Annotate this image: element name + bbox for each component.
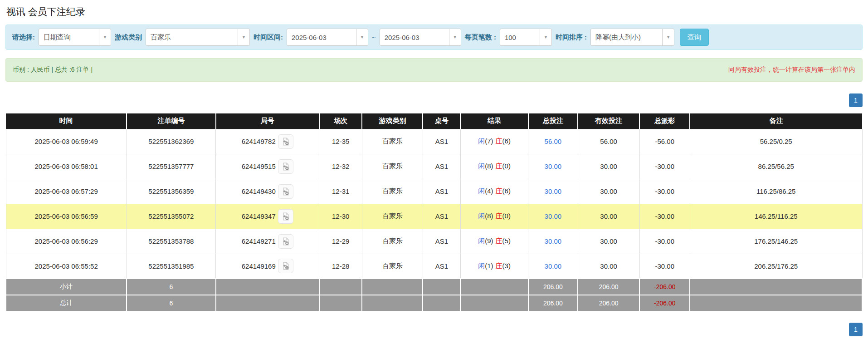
total-bet-link[interactable]: 30.00 (545, 262, 562, 270)
page-size-value: 100 (500, 29, 540, 45)
total-bet-link[interactable]: 56.00 (545, 138, 562, 145)
sort-value: 降幂(由大到小) (591, 29, 662, 45)
subtotal-count: 6 (127, 279, 215, 295)
cell-payout: -30.00 (639, 229, 690, 254)
cell-valid-bet: 56.00 (578, 129, 639, 154)
video-replay-button[interactable] (278, 159, 293, 174)
cell-remark: 206.25/176.25 (690, 254, 862, 279)
total-bet-link[interactable]: 30.00 (545, 162, 562, 170)
cell-result: 闲(9)庄(5) (460, 229, 528, 254)
result-player-value: (8) (485, 212, 493, 220)
cell-session: 12-31 (319, 179, 362, 204)
sort-label: 时间排序 : (556, 33, 587, 42)
page-size-select[interactable]: 100 ▼ (500, 29, 552, 46)
video-replay-button[interactable] (278, 234, 293, 249)
result-banker-value: (6) (502, 137, 511, 145)
column-header-valid-bet: 有效投注 (578, 113, 639, 129)
result-banker-value: (5) (502, 237, 511, 245)
time-range-label: 时间区间: (254, 33, 283, 42)
cell-result: 闲(4)庄(6) (460, 179, 528, 204)
cell-total-bet: 30.00 (528, 254, 578, 279)
cell-round-no: 624149271 (216, 229, 319, 254)
result-banker-value: (0) (502, 162, 511, 170)
game-type-value: 百家乐 (146, 29, 238, 45)
total-bet-link[interactable]: 30.00 (545, 212, 562, 220)
total-total-bet: 206.00 (528, 295, 578, 311)
cell-time: 2025-06-03 06:59:49 (6, 129, 127, 154)
film-icon (281, 237, 290, 246)
currency-summary-text: 币别 : 人民币 | 总共 :6 注单 | (13, 66, 93, 74)
result-player-label: 闲 (478, 187, 485, 195)
video-replay-button[interactable] (278, 259, 293, 273)
result-banker-value: (6) (502, 187, 511, 195)
cell-session: 12-30 (319, 204, 362, 229)
cell-game-type: 百家乐 (362, 179, 423, 204)
column-header-round-no: 局号 (216, 113, 319, 129)
cell-session: 12-29 (319, 229, 362, 254)
cell-round-no: 624149430 (216, 179, 319, 204)
cell-session: 12-28 (319, 254, 362, 279)
cell-game-type: 百家乐 (362, 129, 423, 154)
cell-bet-no: 522551355072 (127, 204, 215, 229)
subtotal-label: 小计 (6, 279, 127, 295)
page-container: 视讯 会员下注纪录 请选择: 日期查询 ▼ 游戏类别 百家乐 ▼ 时间区间: 2… (0, 0, 868, 348)
date-to-input[interactable]: 2025-06-03 ▼ (380, 29, 461, 46)
cell-time: 2025-06-03 06:56:29 (6, 229, 127, 254)
date-range-separator: ~ (372, 34, 376, 41)
cell-remark: 56.25/0.25 (690, 129, 862, 154)
film-icon (281, 137, 290, 146)
cell-time: 2025-06-03 06:56:59 (6, 204, 127, 229)
cell-valid-bet: 30.00 (578, 254, 639, 279)
video-replay-button[interactable] (278, 209, 293, 224)
total-valid-bet: 206.00 (578, 295, 639, 311)
game-type-label: 游戏类别 (115, 33, 142, 42)
cell-round-no: 624149782 (216, 129, 319, 154)
result-player-value: (7) (485, 137, 493, 145)
game-type-select[interactable]: 百家乐 ▼ (146, 29, 250, 46)
cell-session: 12-32 (319, 154, 362, 179)
cell-result: 闲(8)庄(0) (460, 154, 528, 179)
result-player-label: 闲 (478, 237, 485, 245)
pagination-top: 1 (5, 93, 863, 107)
cell-time: 2025-06-03 06:55:52 (6, 254, 127, 279)
page-number-button[interactable]: 1 (849, 93, 863, 107)
column-header-total-bet: 总投注 (528, 113, 578, 129)
query-type-select[interactable]: 日期查询 ▼ (39, 29, 111, 46)
table-row: 2025-06-03 06:58:01 522551357777 6241495… (6, 154, 862, 179)
total-bet-link[interactable]: 30.00 (545, 237, 562, 245)
cell-total-bet: 30.00 (528, 204, 578, 229)
cell-table-no: AS1 (423, 204, 460, 229)
subtotal-total-bet: 206.00 (528, 279, 578, 295)
date-from-input[interactable]: 2025-06-03 ▼ (287, 29, 368, 46)
result-banker-label: 庄 (496, 212, 502, 220)
cell-bet-no: 522551362369 (127, 129, 215, 154)
pagination-bottom: 1 (5, 323, 863, 336)
film-icon (281, 212, 290, 221)
sort-select[interactable]: 降幂(由大到小) ▼ (590, 29, 674, 46)
total-count: 6 (127, 295, 215, 311)
search-button[interactable]: 查询 (680, 29, 709, 46)
video-replay-button[interactable] (278, 184, 293, 199)
summary-bar: 币别 : 人民币 | 总共 :6 注单 | 同局有效投注，统一计算在该局第一张注… (5, 58, 863, 82)
column-header-bet-no: 注单编号 (127, 113, 215, 129)
page-number-button[interactable]: 1 (849, 323, 863, 336)
total-bet-link[interactable]: 30.00 (545, 187, 562, 195)
cell-payout: -30.00 (639, 179, 690, 204)
result-player-value: (8) (485, 162, 493, 170)
cell-remark: 146.25/116.25 (690, 204, 862, 229)
table-body: 2025-06-03 06:59:49 522551362369 6241497… (6, 129, 862, 279)
page-title: 视讯 会员下注纪录 (6, 5, 863, 18)
cell-table-no: AS1 (423, 179, 460, 204)
total-payout: -206.00 (639, 295, 690, 311)
cell-valid-bet: 30.00 (578, 229, 639, 254)
result-player-label: 闲 (478, 137, 485, 145)
cell-round-no: 624149347 (216, 204, 319, 229)
date-to-value: 2025-06-03 (380, 29, 449, 45)
video-replay-button[interactable] (278, 134, 293, 149)
cell-payout: -30.00 (639, 254, 690, 279)
cell-remark: 86.25/56.25 (690, 154, 862, 179)
query-type-value: 日期查询 (39, 29, 99, 45)
cell-round-no: 624149169 (216, 254, 319, 279)
bets-table: 时间 注单编号 局号 场次 游戏类别 桌号 结果 总投注 有效投注 总派彩 备注… (5, 113, 863, 312)
table-row: 2025-06-03 06:56:29 522551353788 6241492… (6, 229, 862, 254)
